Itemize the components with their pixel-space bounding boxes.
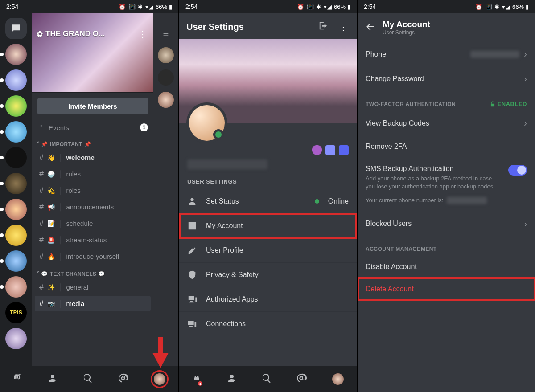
boost-badge-icon (325, 145, 335, 155)
row-view-backup-codes[interactable]: View Backup Codes › (358, 111, 535, 135)
channel-welcome[interactable]: #👋│welcome (35, 150, 151, 165)
settings-header: User Settings ⋮ (179, 14, 357, 39)
chevron-right-icon: › (524, 118, 527, 128)
server-avatar-5[interactable] (5, 147, 27, 168)
nav-friends-icon[interactable] (226, 373, 237, 385)
row-sms-backup[interactable]: SMS Backup Authentication Add your phone… (358, 158, 535, 212)
nav-search-icon[interactable] (261, 373, 272, 385)
phone-value-redacted (470, 51, 519, 58)
row-authorized-apps[interactable]: Authorized Apps (179, 287, 357, 312)
member-avatar-1[interactable] (158, 47, 174, 63)
chevron-down-icon: ˅ (37, 141, 39, 147)
server-avatar-9[interactable] (5, 250, 27, 272)
invite-members-button[interactable]: Invite Members (37, 98, 148, 114)
bottom-nav: 1 (179, 366, 357, 392)
row-set-status[interactable]: Set Status Online (179, 189, 357, 214)
member-avatar-2[interactable] (158, 69, 174, 86)
nav-friends-icon[interactable] (47, 373, 58, 385)
channel-introduce-yourself[interactable]: #🔥│introduce-yourself (35, 249, 151, 264)
online-dot-icon (315, 199, 319, 204)
phone-value-redacted (447, 197, 487, 204)
dm-button[interactable] (5, 18, 27, 39)
status-battery: 66% (156, 4, 167, 10)
row-delete-account[interactable]: Delete Account (358, 278, 535, 300)
nav-mentions-icon[interactable] (296, 373, 307, 385)
notification-badge: 1 (197, 380, 203, 387)
status-bar: 2:54 ⏰ 📳 ✱ ▾◢ 66% ▮ (0, 0, 178, 13)
account-header: My Account User Settings (358, 13, 535, 42)
hypesquad-badge-icon (339, 145, 349, 155)
hamburger-icon[interactable]: ≡ (163, 29, 169, 41)
devices-icon (187, 319, 197, 329)
server-avatar-12[interactable] (5, 328, 27, 349)
row-remove-2fa[interactable]: Remove 2FA (358, 135, 535, 158)
menu-button[interactable]: ⋮ (337, 20, 350, 34)
row-change-password[interactable]: Change Password › (358, 66, 535, 91)
server-avatar-7[interactable] (5, 199, 27, 220)
chevron-right-icon: › (524, 74, 527, 84)
server-avatar-2[interactable] (5, 69, 27, 91)
row-user-profile[interactable]: User Profile (179, 238, 357, 263)
chevron-down-icon: ˅ (37, 271, 39, 277)
channel-media[interactable]: #📷│media (35, 296, 151, 311)
nav-profile-button[interactable] (331, 372, 345, 386)
section-two-factor: TWO-FACTOR AUTHENTICATION ENABLED (358, 91, 535, 111)
events-row[interactable]: 🗓 Events 1 (32, 120, 153, 135)
profile-banner (179, 39, 357, 123)
battery-icon: ▮ (347, 4, 350, 10)
chevron-right-icon: › (524, 49, 527, 59)
account-icon (187, 221, 197, 231)
nav-discord-icon[interactable]: 1 (191, 373, 202, 385)
battery-icon: ▮ (169, 4, 172, 10)
nav-discord-icon[interactable] (12, 373, 23, 385)
section-account-management: ACCOUNT MANAGEMENT (358, 236, 535, 256)
member-rail: ≡ (153, 13, 178, 366)
server-avatar-3[interactable] (5, 95, 27, 117)
settings-title: User Settings (186, 22, 244, 32)
row-blocked-users[interactable]: Blocked Users › (358, 212, 535, 236)
category-important[interactable]: ˅ 📌 IMPORTANT 📌 (32, 135, 153, 149)
profile-avatar[interactable] (186, 102, 227, 143)
battery-icon: ▮ (526, 4, 529, 10)
row-my-account[interactable]: My Account (179, 214, 357, 238)
status-icons: ⏰ 📳 ✱ ▾◢ (475, 4, 510, 10)
nav-mentions-icon[interactable] (118, 373, 128, 385)
server-avatar-1[interactable] (5, 44, 27, 65)
panel-my-account: 2:54 ⏰ 📳 ✱ ▾◢ 66% ▮ My Account User Sett… (357, 0, 535, 392)
server-name[interactable]: ✿ THE GRAND O... (37, 29, 105, 39)
page-subtitle: User Settings (383, 29, 430, 36)
channel-rules[interactable]: #🍚│rules (35, 166, 151, 182)
server-avatar-4[interactable] (5, 121, 27, 143)
channel-schedule[interactable]: #📝│schedule (35, 216, 151, 231)
row-phone[interactable]: Phone › (358, 42, 535, 66)
annotation-arrow (152, 337, 169, 368)
page-title: My Account (383, 20, 430, 29)
channel-roles[interactable]: #💫│roles (35, 183, 151, 198)
events-label: Events (49, 124, 69, 131)
status-battery: 66% (512, 4, 524, 10)
server-avatar-6[interactable] (5, 173, 27, 194)
member-avatar-3[interactable] (158, 92, 174, 108)
category-text-channels[interactable]: ˅ 💬 TEXT CHANNELS 💬 (32, 265, 153, 279)
row-privacy-safety[interactable]: Privacy & Safety (179, 263, 357, 287)
nav-search-icon[interactable] (82, 373, 93, 385)
exit-icon[interactable] (318, 21, 328, 33)
channel-general[interactable]: #✨│general (35, 279, 151, 295)
back-button[interactable] (365, 21, 375, 34)
panel-server-channels: 2:54 ⏰ 📳 ✱ ▾◢ 66% ▮ TRIS (0, 0, 178, 392)
row-connections[interactable]: Connections (179, 312, 357, 336)
channel-stream-status[interactable]: #🚨│stream-status (35, 232, 151, 248)
server-avatar-10[interactable] (5, 276, 27, 298)
row-disable-account[interactable]: Disable Account (358, 256, 535, 278)
server-avatar-8[interactable] (5, 225, 27, 246)
sms-backup-toggle[interactable] (508, 165, 527, 176)
status-time: 2:54 (6, 3, 18, 10)
server-avatar-11[interactable]: TRIS (5, 302, 27, 323)
channel-announcements[interactable]: #📢│announcements (35, 199, 151, 215)
server-rail: TRIS (0, 13, 32, 366)
svg-point-0 (190, 198, 193, 201)
lock-icon (490, 101, 496, 107)
status-time: 2:54 (364, 3, 376, 10)
nav-profile-button[interactable] (153, 372, 166, 386)
server-menu-button[interactable]: ⋮ (136, 27, 149, 41)
